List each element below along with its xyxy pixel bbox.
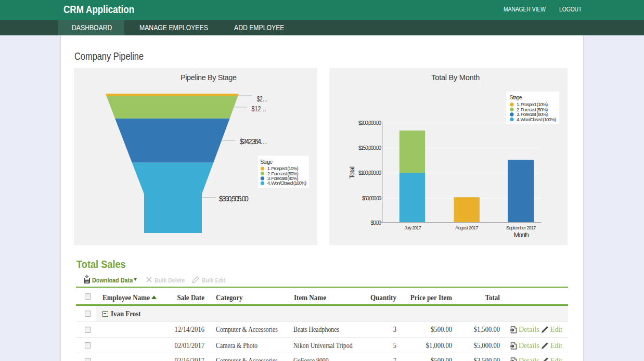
svg-text:August 2017: August 2017 — [455, 225, 478, 230]
svg-text:Total: Total — [349, 166, 356, 179]
svg-text:$2…: $2… — [257, 95, 268, 103]
svg-text:Total By Month: Total By Month — [431, 73, 480, 82]
svg-text:4. Won/Closed (100%): 4. Won/Closed (100%) — [267, 180, 307, 186]
svg-text:4. Won/Closed (100%): 4. Won/Closed (100%) — [517, 117, 556, 122]
svg-text:$100,000.00: $100,000.00 — [358, 170, 381, 176]
svg-text:$242,364…: $242,364… — [239, 137, 267, 146]
svg-text:$390,505.00: $390,505.00 — [219, 195, 249, 203]
svg-text:Stage: Stage — [260, 159, 273, 165]
svg-text:$0.00: $0.00 — [371, 220, 382, 226]
svg-text:July 2017: July 2017 — [405, 225, 421, 230]
svg-text:Month: Month — [513, 231, 529, 239]
svg-text:$150,000.00: $150,000.00 — [358, 145, 381, 151]
svg-text:$12…: $12… — [252, 105, 267, 113]
svg-text:$50,000.00: $50,000.00 — [362, 196, 381, 201]
svg-text:$200,000.00: $200,000.00 — [358, 120, 381, 126]
svg-text:Pipeline By Stage: Pipeline By Stage — [181, 73, 237, 82]
svg-text:Stage: Stage — [510, 94, 522, 100]
svg-text:September 2017: September 2017 — [506, 225, 536, 230]
